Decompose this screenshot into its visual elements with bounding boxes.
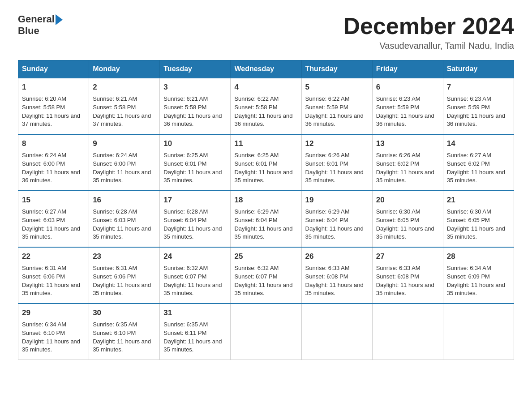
day-number: 2 xyxy=(93,82,156,93)
day-info: Sunrise: 6:33 AMSunset: 6:08 PMDaylight:… xyxy=(305,265,364,297)
calendar-cell: 9 Sunrise: 6:24 AMSunset: 6:00 PMDayligh… xyxy=(89,134,160,191)
day-number: 13 xyxy=(376,138,439,150)
calendar-cell: 16 Sunrise: 6:28 AMSunset: 6:03 PMDaylig… xyxy=(89,191,160,247)
day-info: Sunrise: 6:30 AMSunset: 6:05 PMDaylight:… xyxy=(447,208,505,240)
day-number: 6 xyxy=(376,82,439,93)
logo-area: General Blue xyxy=(18,13,63,37)
day-number: 10 xyxy=(163,138,227,150)
day-info: Sunrise: 6:35 AMSunset: 6:10 PMDaylight:… xyxy=(93,321,151,353)
calendar-cell xyxy=(372,304,443,360)
calendar-cell: 2 Sunrise: 6:21 AMSunset: 5:58 PMDayligh… xyxy=(89,78,160,134)
calendar-cell: 5 Sunrise: 6:22 AMSunset: 5:59 PMDayligh… xyxy=(301,78,372,134)
day-header-monday: Monday xyxy=(89,60,160,78)
calendar-week-row: 15 Sunrise: 6:27 AMSunset: 6:03 PMDaylig… xyxy=(18,191,514,247)
month-title: December 2024 xyxy=(343,13,514,39)
day-info: Sunrise: 6:21 AMSunset: 5:58 PMDaylight:… xyxy=(163,95,222,128)
day-number: 20 xyxy=(376,195,439,206)
calendar-cell: 10 Sunrise: 6:25 AMSunset: 6:01 PMDaylig… xyxy=(160,134,231,191)
calendar-cell: 15 Sunrise: 6:27 AMSunset: 6:03 PMDaylig… xyxy=(18,191,89,247)
calendar-cell: 22 Sunrise: 6:31 AMSunset: 6:06 PMDaylig… xyxy=(18,247,89,304)
day-number: 9 xyxy=(93,138,156,150)
day-info: Sunrise: 6:32 AMSunset: 6:07 PMDaylight:… xyxy=(163,265,222,297)
day-info: Sunrise: 6:26 AMSunset: 6:01 PMDaylight:… xyxy=(305,152,364,184)
title-area: December 2024 Vasudevanallur, Tamil Nadu… xyxy=(343,13,514,51)
day-number: 21 xyxy=(447,195,510,206)
logo-general-text: General xyxy=(18,13,55,25)
day-info: Sunrise: 6:25 AMSunset: 6:01 PMDaylight:… xyxy=(163,152,222,184)
calendar-cell: 8 Sunrise: 6:24 AMSunset: 6:00 PMDayligh… xyxy=(18,134,89,191)
day-info: Sunrise: 6:22 AMSunset: 5:58 PMDaylight:… xyxy=(234,95,292,128)
day-number: 19 xyxy=(305,195,369,206)
calendar-cell xyxy=(443,304,514,360)
day-number: 7 xyxy=(447,82,510,93)
day-info: Sunrise: 6:21 AMSunset: 5:58 PMDaylight:… xyxy=(93,95,151,128)
day-number: 3 xyxy=(163,82,227,93)
day-number: 23 xyxy=(93,251,156,262)
calendar-cell: 23 Sunrise: 6:31 AMSunset: 6:06 PMDaylig… xyxy=(89,247,160,304)
calendar-cell xyxy=(231,304,301,360)
calendar-cell: 19 Sunrise: 6:29 AMSunset: 6:04 PMDaylig… xyxy=(301,191,372,247)
day-number: 17 xyxy=(163,195,227,206)
calendar-week-row: 1 Sunrise: 6:20 AMSunset: 5:58 PMDayligh… xyxy=(18,78,514,134)
location-text: Vasudevanallur, Tamil Nadu, India xyxy=(343,41,514,51)
day-number: 27 xyxy=(376,251,439,262)
calendar-header-row: SundayMondayTuesdayWednesdayThursdayFrid… xyxy=(18,60,514,78)
calendar-cell: 7 Sunrise: 6:23 AMSunset: 5:59 PMDayligh… xyxy=(443,78,514,134)
calendar-cell xyxy=(301,304,372,360)
day-info: Sunrise: 6:30 AMSunset: 6:05 PMDaylight:… xyxy=(376,208,434,240)
day-number: 22 xyxy=(22,251,85,262)
day-info: Sunrise: 6:20 AMSunset: 5:58 PMDaylight:… xyxy=(22,95,80,128)
day-info: Sunrise: 6:23 AMSunset: 5:59 PMDaylight:… xyxy=(447,95,505,128)
day-number: 30 xyxy=(93,308,156,319)
day-header-sunday: Sunday xyxy=(18,60,89,78)
calendar-cell: 14 Sunrise: 6:27 AMSunset: 6:02 PMDaylig… xyxy=(443,134,514,191)
day-header-saturday: Saturday xyxy=(443,60,514,78)
calendar-week-row: 22 Sunrise: 6:31 AMSunset: 6:06 PMDaylig… xyxy=(18,247,514,304)
day-number: 14 xyxy=(447,138,510,150)
day-info: Sunrise: 6:28 AMSunset: 6:03 PMDaylight:… xyxy=(93,208,151,240)
calendar-cell: 27 Sunrise: 6:33 AMSunset: 6:08 PMDaylig… xyxy=(372,247,443,304)
calendar-cell: 1 Sunrise: 6:20 AMSunset: 5:58 PMDayligh… xyxy=(18,78,89,134)
calendar-cell: 25 Sunrise: 6:32 AMSunset: 6:07 PMDaylig… xyxy=(231,247,301,304)
calendar-cell: 20 Sunrise: 6:30 AMSunset: 6:05 PMDaylig… xyxy=(372,191,443,247)
day-number: 1 xyxy=(22,82,85,93)
logo-blue-text: Blue xyxy=(18,25,39,37)
day-info: Sunrise: 6:29 AMSunset: 6:04 PMDaylight:… xyxy=(234,208,292,240)
calendar-cell: 18 Sunrise: 6:29 AMSunset: 6:04 PMDaylig… xyxy=(231,191,301,247)
calendar-cell: 21 Sunrise: 6:30 AMSunset: 6:05 PMDaylig… xyxy=(443,191,514,247)
day-header-thursday: Thursday xyxy=(301,60,372,78)
day-info: Sunrise: 6:27 AMSunset: 6:02 PMDaylight:… xyxy=(447,152,505,184)
day-info: Sunrise: 6:28 AMSunset: 6:04 PMDaylight:… xyxy=(163,208,222,240)
day-info: Sunrise: 6:29 AMSunset: 6:04 PMDaylight:… xyxy=(305,208,364,240)
day-info: Sunrise: 6:32 AMSunset: 6:07 PMDaylight:… xyxy=(234,265,292,297)
day-number: 15 xyxy=(22,195,85,206)
day-header-tuesday: Tuesday xyxy=(160,60,231,78)
calendar-cell: 11 Sunrise: 6:25 AMSunset: 6:01 PMDaylig… xyxy=(231,134,301,191)
day-number: 12 xyxy=(305,138,369,150)
calendar-cell: 26 Sunrise: 6:33 AMSunset: 6:08 PMDaylig… xyxy=(301,247,372,304)
day-number: 31 xyxy=(163,308,227,319)
day-number: 8 xyxy=(22,138,85,150)
calendar-cell: 17 Sunrise: 6:28 AMSunset: 6:04 PMDaylig… xyxy=(160,191,231,247)
day-info: Sunrise: 6:31 AMSunset: 6:06 PMDaylight:… xyxy=(93,265,151,297)
day-info: Sunrise: 6:34 AMSunset: 6:10 PMDaylight:… xyxy=(22,321,80,353)
calendar-cell: 30 Sunrise: 6:35 AMSunset: 6:10 PMDaylig… xyxy=(89,304,160,360)
day-info: Sunrise: 6:35 AMSunset: 6:11 PMDaylight:… xyxy=(163,321,222,353)
day-info: Sunrise: 6:22 AMSunset: 5:59 PMDaylight:… xyxy=(305,95,364,128)
day-info: Sunrise: 6:23 AMSunset: 5:59 PMDaylight:… xyxy=(376,95,434,128)
calendar-cell: 4 Sunrise: 6:22 AMSunset: 5:58 PMDayligh… xyxy=(231,78,301,134)
calendar-cell: 28 Sunrise: 6:34 AMSunset: 6:09 PMDaylig… xyxy=(443,247,514,304)
day-info: Sunrise: 6:34 AMSunset: 6:09 PMDaylight:… xyxy=(447,265,505,297)
page-header: General Blue December 2024 Vasudevanallu… xyxy=(18,13,514,51)
day-number: 4 xyxy=(234,82,297,93)
day-info: Sunrise: 6:24 AMSunset: 6:00 PMDaylight:… xyxy=(93,152,151,184)
day-number: 11 xyxy=(234,138,297,150)
calendar-table: SundayMondayTuesdayWednesdayThursdayFrid… xyxy=(18,60,514,360)
calendar-cell: 29 Sunrise: 6:34 AMSunset: 6:10 PMDaylig… xyxy=(18,304,89,360)
day-info: Sunrise: 6:33 AMSunset: 6:08 PMDaylight:… xyxy=(376,265,434,297)
day-number: 24 xyxy=(163,251,227,262)
calendar-week-row: 8 Sunrise: 6:24 AMSunset: 6:00 PMDayligh… xyxy=(18,134,514,191)
calendar-cell: 24 Sunrise: 6:32 AMSunset: 6:07 PMDaylig… xyxy=(160,247,231,304)
day-info: Sunrise: 6:27 AMSunset: 6:03 PMDaylight:… xyxy=(22,208,80,240)
calendar-cell: 6 Sunrise: 6:23 AMSunset: 5:59 PMDayligh… xyxy=(372,78,443,134)
